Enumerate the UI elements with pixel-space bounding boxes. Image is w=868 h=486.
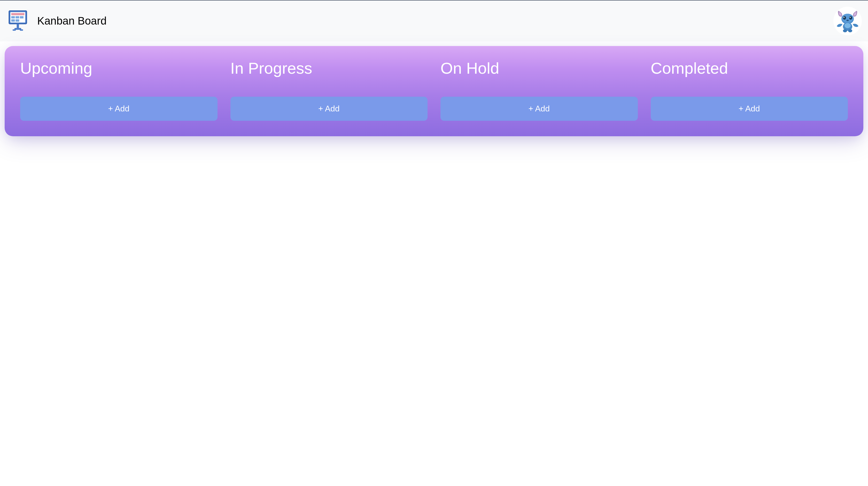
add-button-in-progress[interactable]: + Add (230, 97, 428, 121)
add-button-completed[interactable]: + Add (651, 97, 848, 121)
svg-rect-3 (11, 16, 15, 19)
svg-rect-4 (16, 16, 19, 19)
svg-point-21 (843, 29, 847, 32)
svg-rect-11 (20, 29, 23, 30)
header-left: Kanban Board (6, 9, 107, 33)
column-on-hold: On Hold + Add (440, 59, 638, 121)
column-title: Upcoming (20, 59, 218, 77)
svg-rect-6 (11, 19, 15, 22)
column-title: On Hold (440, 59, 638, 77)
svg-rect-10 (13, 29, 16, 30)
column-in-progress: In Progress + Add (230, 59, 428, 121)
svg-rect-7 (16, 19, 19, 22)
kanban-board-icon (6, 9, 29, 33)
column-title: In Progress (230, 59, 428, 77)
column-upcoming: Upcoming + Add (20, 59, 218, 121)
add-button-on-hold[interactable]: + Add (440, 97, 638, 121)
add-button-upcoming[interactable]: + Add (20, 97, 218, 121)
board-container: Upcoming + Add In Progress + Add On Hold… (0, 41, 868, 141)
app-title: Kanban Board (37, 15, 107, 27)
column-title: Completed (651, 59, 848, 77)
svg-point-15 (849, 16, 852, 20)
svg-point-22 (848, 29, 852, 32)
svg-rect-8 (17, 24, 19, 28)
user-avatar[interactable] (833, 7, 862, 35)
svg-rect-2 (11, 13, 25, 15)
svg-point-18 (846, 20, 849, 21)
svg-rect-5 (20, 16, 24, 19)
svg-point-16 (843, 17, 844, 18)
svg-point-20 (844, 23, 851, 28)
column-completed: Completed + Add (651, 59, 848, 121)
header: Kanban Board (0, 0, 868, 41)
kanban-board: Upcoming + Add In Progress + Add On Hold… (5, 46, 863, 136)
svg-point-14 (843, 16, 846, 20)
svg-point-17 (850, 17, 851, 18)
